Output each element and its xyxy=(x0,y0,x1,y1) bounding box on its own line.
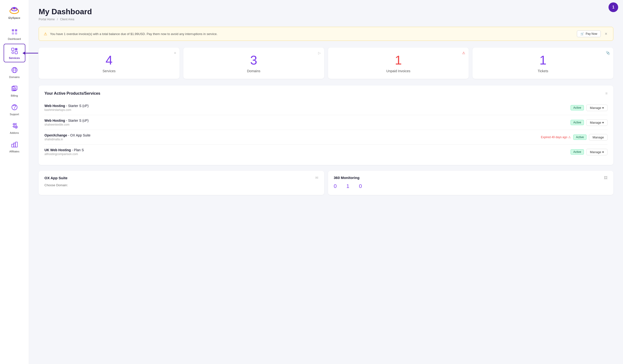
table-row: UK Web Hosting - Plan S allhostingcompar… xyxy=(44,145,607,159)
svg-rect-28 xyxy=(14,143,16,147)
sidebar-item-affiliates[interactable]: Affiliates xyxy=(4,138,25,155)
ox-title: OX App Suite xyxy=(44,176,67,180)
table-row: OpenXchange - OX App Suite shahidmalla.i… xyxy=(44,130,607,145)
sidebar-label-support: Support xyxy=(10,113,19,116)
sidebar-label-dashboard: Dashboard xyxy=(8,38,21,40)
stat-card-services[interactable]: ≡ 4 Services xyxy=(39,48,179,79)
stat-number-services: 4 xyxy=(106,53,112,67)
manage-button-3[interactable]: Manage xyxy=(589,134,607,141)
product-domain-1: kashmirstartups.com xyxy=(44,108,571,112)
product-info-4: UK Web Hosting - Plan S allhostingcompar… xyxy=(44,148,571,156)
svg-point-23 xyxy=(14,108,15,109)
monitoring-section: 360 Monitoring 🖼 0 1 0 xyxy=(328,171,614,195)
pay-icon: 🛒 xyxy=(580,32,584,36)
sidebar-item-domains[interactable]: www Domains xyxy=(4,63,25,81)
monitoring-val-0: 0 xyxy=(334,183,337,189)
breadcrumb: Portal Home / Client Area xyxy=(39,18,613,21)
products-menu-icon[interactable]: ≡ xyxy=(605,91,607,96)
alert-banner: ⚠ You have 1 overdue invoice(s) with a t… xyxy=(39,27,613,41)
stat-card-domains[interactable]: ▷ 3 Domains xyxy=(183,48,324,79)
stat-card-invoices[interactable]: ⚠ 1 Unpaid Invoices xyxy=(328,48,469,79)
svg-text:www: www xyxy=(13,67,17,69)
sidebar-label-billing: Billing xyxy=(11,94,18,97)
billing-icon: $ $ xyxy=(10,84,19,93)
manage-button-1[interactable]: Manage ▾ xyxy=(586,105,607,111)
main-content: My Dashboard Portal Home / Client Area ⚠… xyxy=(29,0,623,364)
user-avatar[interactable]: 1 xyxy=(608,2,618,12)
stat-card-tickets[interactable]: 📎 1 Tickets xyxy=(472,48,613,79)
sidebar-item-support[interactable]: Support xyxy=(4,101,25,118)
sidebar-item-addons[interactable]: Addons xyxy=(4,119,25,137)
breadcrumb-home[interactable]: Portal Home xyxy=(39,18,55,21)
monitoring-num-1: 1 xyxy=(346,183,349,189)
breadcrumb-current: Client Area xyxy=(60,18,74,21)
bottom-grid: OX App Suite ✉ Choose Domain: 360 Monito… xyxy=(39,171,613,195)
affiliates-icon xyxy=(10,140,19,149)
svg-rect-29 xyxy=(16,142,17,147)
product-name-2: Web Hosting - Starter S (cP) xyxy=(44,119,571,123)
chevron-down-icon: ▾ xyxy=(602,106,604,110)
sidebar-item-dashboard[interactable]: Dashboard xyxy=(4,25,25,43)
product-domain-3: shahidmalla.in xyxy=(44,138,541,141)
monitoring-title: 360 Monitoring xyxy=(334,176,360,180)
svg-rect-4 xyxy=(15,29,17,31)
product-domain-2: shaheentextile.com xyxy=(44,123,571,126)
products-section-title: Your Active Products/Services xyxy=(44,91,100,96)
svg-rect-8 xyxy=(15,48,17,50)
stat-label-tickets: Tickets xyxy=(538,69,548,73)
sidebar-item-billing[interactable]: $ $ Billing xyxy=(4,82,25,100)
page-title: My Dashboard xyxy=(39,7,613,16)
stat-menu-icon-tickets: 📎 xyxy=(606,51,610,55)
sidebar-label-affiliates: Affiliates xyxy=(9,150,19,153)
dashboard-icon xyxy=(10,27,19,36)
product-name-3: OpenXchange - OX App Suite xyxy=(44,133,541,137)
stat-label-domains: Domains xyxy=(247,69,260,73)
pay-now-button[interactable]: 🛒 Pay Now xyxy=(577,30,601,37)
product-plan-2: - Starter S (cP) xyxy=(66,119,89,123)
product-info-3: OpenXchange - OX App Suite shahidmalla.i… xyxy=(44,133,541,141)
stat-label-services: Services xyxy=(103,69,116,73)
email-icon: ✉ xyxy=(315,176,318,180)
manage-button-4[interactable]: Manage ▾ xyxy=(586,149,607,155)
stat-number-tickets: 1 xyxy=(539,53,546,67)
svg-rect-3 xyxy=(12,29,14,31)
services-icon xyxy=(10,47,19,55)
stat-menu-icon-domains: ▷ xyxy=(318,51,321,55)
product-plan-3: - OX App Suite xyxy=(68,133,90,137)
svg-rect-6 xyxy=(15,32,17,35)
support-icon xyxy=(10,103,19,112)
table-row: Web Hosting - Starter S (cP) shaheentext… xyxy=(44,115,607,130)
monitoring-numbers: 0 1 0 xyxy=(334,183,608,189)
svg-point-9 xyxy=(12,52,14,54)
product-actions-4: Active Manage ▾ xyxy=(571,149,607,155)
svg-rect-5 xyxy=(12,32,14,35)
alert-close-button[interactable]: × xyxy=(604,31,608,37)
monitoring-val-1: 1 xyxy=(346,183,349,189)
domains-icon: www xyxy=(10,66,19,74)
image-icon: 🖼 xyxy=(604,176,607,180)
alert-warning-icon: ⚠ xyxy=(44,32,47,36)
svg-text:$: $ xyxy=(15,87,16,89)
product-actions-1: Active Manage ▾ xyxy=(571,105,607,111)
stat-label-invoices: Unpaid Invoices xyxy=(386,69,410,73)
monitoring-header: 360 Monitoring 🖼 xyxy=(334,176,608,180)
expired-label-3: Expired 49 days ago ⚠ xyxy=(541,135,571,139)
product-actions-2: Active Manage ▾ xyxy=(571,119,607,126)
choose-domain-label: Choose Domain: xyxy=(44,183,318,187)
manage-button-2[interactable]: Manage ▾ xyxy=(586,119,607,126)
status-badge-1: Active xyxy=(571,105,584,110)
svg-rect-10 xyxy=(15,51,17,54)
svg-point-2 xyxy=(13,7,16,9)
status-badge-2: Active xyxy=(571,120,584,125)
pay-now-label: Pay Now xyxy=(586,32,597,36)
stat-menu-icon-services: ≡ xyxy=(174,51,176,55)
sidebar: ElySpace Dashboard Services xyxy=(0,0,29,364)
sidebar-label-services: Services xyxy=(9,57,20,59)
stat-number-domains: 3 xyxy=(250,53,257,67)
addons-icon xyxy=(10,122,19,130)
stat-number-invoices: 1 xyxy=(395,53,402,67)
alert-message: You have 1 overdue invoice(s) with a tot… xyxy=(50,32,574,36)
product-info-2: Web Hosting - Starter S (cP) shaheentext… xyxy=(44,119,571,126)
sidebar-item-services[interactable]: Services xyxy=(4,44,25,62)
product-name-1: Web Hosting - Starter S (cP) xyxy=(44,104,571,108)
